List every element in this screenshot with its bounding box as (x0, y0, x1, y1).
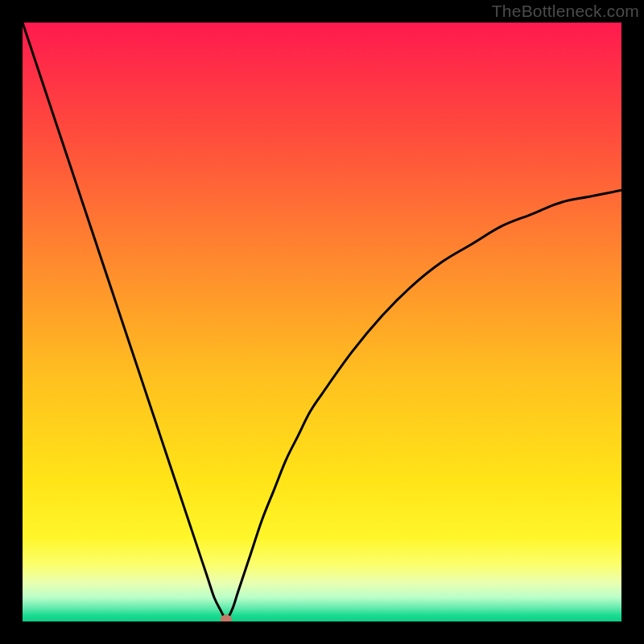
watermark-text: TheBottleneck.com (492, 2, 639, 21)
chart-plot-area (23, 23, 621, 621)
chart-svg (23, 23, 621, 621)
gradient-background (23, 23, 621, 621)
chart-frame: TheBottleneck.com (0, 0, 644, 644)
